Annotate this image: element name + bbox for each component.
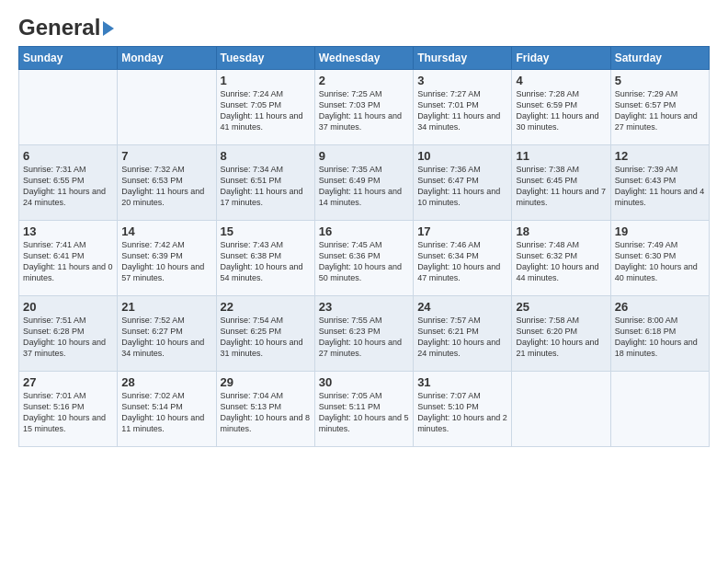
day-cell: 15Sunrise: 7:43 AMSunset: 6:38 PMDayligh…	[216, 221, 314, 296]
day-info: Sunrise: 7:58 AMSunset: 6:20 PMDaylight:…	[516, 315, 606, 360]
day-cell: 17Sunrise: 7:46 AMSunset: 6:34 PMDayligh…	[414, 221, 512, 296]
day-cell: 29Sunrise: 7:04 AMSunset: 5:13 PMDayligh…	[216, 372, 314, 447]
day-cell: 7Sunrise: 7:32 AMSunset: 6:53 PMDaylight…	[118, 145, 216, 221]
day-cell: 24Sunrise: 7:57 AMSunset: 6:21 PMDayligh…	[414, 296, 512, 372]
day-cell: 16Sunrise: 7:45 AMSunset: 6:36 PMDayligh…	[314, 221, 413, 296]
day-info: Sunrise: 7:43 AMSunset: 6:38 PMDaylight:…	[221, 239, 311, 284]
day-info: Sunrise: 7:57 AMSunset: 6:21 PMDaylight:…	[417, 315, 507, 360]
day-info: Sunrise: 7:55 AMSunset: 6:23 PMDaylight:…	[319, 315, 409, 360]
day-info: Sunrise: 7:34 AMSunset: 6:51 PMDaylight:…	[221, 164, 311, 209]
day-info: Sunrise: 7:48 AMSunset: 6:32 PMDaylight:…	[516, 239, 606, 284]
day-cell: 19Sunrise: 7:49 AMSunset: 6:30 PMDayligh…	[610, 221, 709, 296]
day-number: 6	[23, 149, 113, 163]
day-number: 11	[516, 149, 606, 163]
day-number: 29	[221, 375, 311, 389]
day-info: Sunrise: 7:39 AMSunset: 6:43 PMDaylight:…	[615, 164, 705, 209]
day-info: Sunrise: 7:25 AMSunset: 7:03 PMDaylight:…	[319, 88, 409, 133]
week-row-4: 20Sunrise: 7:51 AMSunset: 6:28 PMDayligh…	[19, 296, 710, 372]
weekday-header-monday: Monday	[118, 47, 216, 70]
day-info: Sunrise: 7:31 AMSunset: 6:55 PMDaylight:…	[23, 164, 113, 209]
day-cell: 28Sunrise: 7:02 AMSunset: 5:14 PMDayligh…	[118, 372, 216, 447]
weekday-header-row: SundayMondayTuesdayWednesdayThursdayFrid…	[19, 47, 710, 70]
day-cell: 20Sunrise: 7:51 AMSunset: 6:28 PMDayligh…	[19, 296, 118, 372]
day-cell: 6Sunrise: 7:31 AMSunset: 6:55 PMDaylight…	[19, 145, 118, 221]
day-cell: 10Sunrise: 7:36 AMSunset: 6:47 PMDayligh…	[414, 145, 512, 221]
week-row-5: 27Sunrise: 7:01 AMSunset: 5:16 PMDayligh…	[19, 372, 710, 447]
weekday-header-friday: Friday	[512, 47, 610, 70]
day-number: 30	[319, 375, 409, 389]
day-info: Sunrise: 7:36 AMSunset: 6:47 PMDaylight:…	[417, 164, 507, 209]
day-number: 26	[615, 300, 705, 314]
day-number: 3	[417, 74, 507, 87]
day-info: Sunrise: 7:29 AMSunset: 6:57 PMDaylight:…	[615, 88, 705, 133]
day-info: Sunrise: 7:28 AMSunset: 6:59 PMDaylight:…	[516, 88, 606, 133]
day-number: 12	[615, 149, 705, 163]
day-number: 10	[417, 149, 507, 163]
day-cell: 14Sunrise: 7:42 AMSunset: 6:39 PMDayligh…	[118, 221, 216, 296]
day-cell: 27Sunrise: 7:01 AMSunset: 5:16 PMDayligh…	[19, 372, 118, 447]
day-cell: 13Sunrise: 7:41 AMSunset: 6:41 PMDayligh…	[19, 221, 118, 296]
day-cell: 8Sunrise: 7:34 AMSunset: 6:51 PMDaylight…	[216, 145, 314, 221]
day-cell: 11Sunrise: 7:38 AMSunset: 6:45 PMDayligh…	[512, 145, 610, 221]
day-number: 15	[221, 224, 311, 238]
logo: General	[18, 15, 114, 37]
day-cell: 4Sunrise: 7:28 AMSunset: 6:59 PMDaylight…	[512, 70, 610, 145]
day-cell: 25Sunrise: 7:58 AMSunset: 6:20 PMDayligh…	[512, 296, 610, 372]
weekday-header-sunday: Sunday	[19, 47, 118, 70]
day-number: 20	[23, 300, 113, 314]
logo-arrow-icon	[103, 21, 114, 36]
weekday-header-thursday: Thursday	[414, 47, 512, 70]
day-cell: 22Sunrise: 7:54 AMSunset: 6:25 PMDayligh…	[216, 296, 314, 372]
week-row-3: 13Sunrise: 7:41 AMSunset: 6:41 PMDayligh…	[19, 221, 710, 296]
day-cell	[610, 372, 709, 447]
day-cell: 21Sunrise: 7:52 AMSunset: 6:27 PMDayligh…	[118, 296, 216, 372]
day-number: 16	[319, 224, 409, 238]
day-info: Sunrise: 7:32 AMSunset: 6:53 PMDaylight:…	[121, 164, 211, 209]
day-number: 23	[319, 300, 409, 314]
day-info: Sunrise: 7:24 AMSunset: 7:05 PMDaylight:…	[221, 88, 311, 133]
day-cell: 31Sunrise: 7:07 AMSunset: 5:10 PMDayligh…	[414, 372, 512, 447]
day-info: Sunrise: 7:38 AMSunset: 6:45 PMDaylight:…	[516, 164, 606, 209]
day-info: Sunrise: 7:51 AMSunset: 6:28 PMDaylight:…	[23, 315, 113, 360]
day-number: 5	[615, 74, 705, 87]
day-number: 24	[417, 300, 507, 314]
day-cell: 12Sunrise: 7:39 AMSunset: 6:43 PMDayligh…	[610, 145, 709, 221]
day-cell: 2Sunrise: 7:25 AMSunset: 7:03 PMDaylight…	[314, 70, 413, 145]
day-info: Sunrise: 7:46 AMSunset: 6:34 PMDaylight:…	[417, 239, 507, 284]
day-number: 14	[121, 224, 211, 238]
day-info: Sunrise: 7:35 AMSunset: 6:49 PMDaylight:…	[319, 164, 409, 209]
day-cell	[19, 70, 118, 145]
day-info: Sunrise: 7:52 AMSunset: 6:27 PMDaylight:…	[121, 315, 211, 360]
day-number: 7	[121, 149, 211, 163]
day-number: 2	[319, 74, 409, 87]
day-number: 18	[516, 224, 606, 238]
header: General	[18, 15, 710, 37]
day-cell: 5Sunrise: 7:29 AMSunset: 6:57 PMDaylight…	[610, 70, 709, 145]
day-info: Sunrise: 7:01 AMSunset: 5:16 PMDaylight:…	[23, 390, 113, 435]
day-number: 8	[221, 149, 311, 163]
day-info: Sunrise: 7:07 AMSunset: 5:10 PMDaylight:…	[417, 390, 507, 435]
week-row-1: 1Sunrise: 7:24 AMSunset: 7:05 PMDaylight…	[19, 70, 710, 145]
weekday-header-wednesday: Wednesday	[314, 47, 413, 70]
day-info: Sunrise: 7:27 AMSunset: 7:01 PMDaylight:…	[417, 88, 507, 133]
day-cell: 9Sunrise: 7:35 AMSunset: 6:49 PMDaylight…	[314, 145, 413, 221]
day-number: 31	[417, 375, 507, 389]
day-cell	[512, 372, 610, 447]
day-cell	[118, 70, 216, 145]
logo-general: General	[18, 15, 100, 40]
day-cell: 30Sunrise: 7:05 AMSunset: 5:11 PMDayligh…	[314, 372, 413, 447]
day-cell: 26Sunrise: 8:00 AMSunset: 6:18 PMDayligh…	[610, 296, 709, 372]
day-cell: 1Sunrise: 7:24 AMSunset: 7:05 PMDaylight…	[216, 70, 314, 145]
day-number: 9	[319, 149, 409, 163]
day-number: 22	[221, 300, 311, 314]
week-row-2: 6Sunrise: 7:31 AMSunset: 6:55 PMDaylight…	[19, 145, 710, 221]
day-info: Sunrise: 7:42 AMSunset: 6:39 PMDaylight:…	[121, 239, 211, 284]
calendar-table: SundayMondayTuesdayWednesdayThursdayFrid…	[18, 46, 710, 447]
day-number: 28	[121, 375, 211, 389]
day-number: 19	[615, 224, 705, 238]
day-info: Sunrise: 7:04 AMSunset: 5:13 PMDaylight:…	[221, 390, 311, 435]
day-cell: 23Sunrise: 7:55 AMSunset: 6:23 PMDayligh…	[314, 296, 413, 372]
day-number: 4	[516, 74, 606, 87]
day-info: Sunrise: 7:02 AMSunset: 5:14 PMDaylight:…	[121, 390, 211, 435]
day-cell: 3Sunrise: 7:27 AMSunset: 7:01 PMDaylight…	[414, 70, 512, 145]
